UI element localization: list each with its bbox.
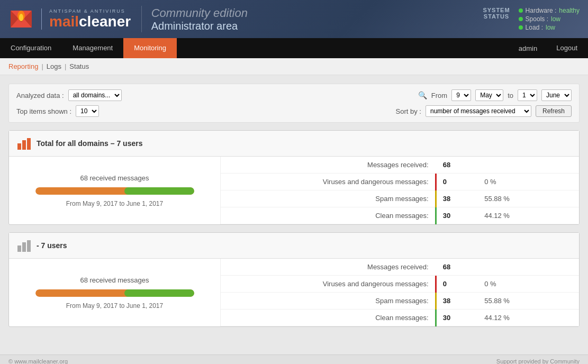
to-month-select[interactable]: June (541, 89, 572, 101)
breadcrumb-reporting[interactable]: Reporting (8, 62, 38, 70)
status-hardware: Hardware : healthy (519, 7, 580, 14)
logo-main: mailcleaner (49, 14, 131, 30)
logo-icon (8, 6, 34, 32)
report-chart-icon-2 (16, 238, 31, 253)
to-label: to (508, 92, 513, 99)
report-right-2: Messages received:68Viruses and dangerou… (221, 259, 579, 326)
status-dot-load (519, 25, 523, 30)
logo-area: ANTISPAM & ANTIVIRUS mailcleaner (8, 6, 131, 32)
nav-management[interactable]: Management (62, 38, 123, 58)
status-items: Hardware : healthy Spools : low Load : l… (519, 7, 580, 31)
table-row: Spam messages:3855.88 % (221, 293, 579, 310)
filters-right1: 🔍 From 9 May to 1 June (418, 89, 572, 101)
status-dot-spools (519, 17, 523, 21)
stat-value: 38 (436, 190, 478, 207)
svg-rect-11 (22, 242, 26, 252)
to-day-select[interactable]: 1 (518, 89, 537, 101)
main-content: Analyzed data : all domains... 🔍 From 9 … (0, 75, 588, 354)
nav-configuration[interactable]: Configuration (0, 38, 62, 58)
stat-label: Messages received: (221, 157, 436, 174)
logo-cleaner: cleaner (79, 13, 131, 30)
table-row: Viruses and dangerous messages:00 % (221, 276, 579, 293)
stat-label: Viruses and dangerous messages: (221, 276, 436, 293)
nav-monitoring[interactable]: Monitoring (123, 38, 177, 58)
report-left-1: 68 received messages From May 9, 2017 to… (9, 157, 221, 224)
report-header-2: - 7 users (9, 233, 579, 259)
nav-user: admin (510, 44, 546, 52)
report-header-1: Total for all domains – 7 users (9, 131, 579, 157)
filters-row1: Analyzed data : all domains... 🔍 From 9 … (16, 89, 572, 101)
nav-right: admin Logout (510, 38, 588, 58)
breadcrumb-logs[interactable]: Logs (47, 62, 61, 70)
filters-area: Analyzed data : all domains... 🔍 From 9 … (8, 84, 580, 123)
received-count-1: 68 received messages (80, 174, 149, 182)
stat-pct: 55.88 % (478, 293, 579, 310)
stat-label: Messages received: (221, 259, 436, 276)
filters-left1: Analyzed data : all domains... (16, 89, 122, 101)
table-row: Viruses and dangerous messages:00 % (221, 174, 579, 190)
system-status-label: SYSTEMSTATUS (483, 7, 510, 20)
footer: © www.mailcleaner.org Support provided b… (0, 354, 588, 364)
nav-logout-button[interactable]: Logout (546, 38, 588, 58)
table-row: Clean messages:3044.12 % (221, 207, 579, 224)
stat-value: 68 (436, 259, 478, 276)
stat-value: 30 (436, 207, 478, 224)
filters-right2: Sort by : number of messages received do… (396, 105, 572, 117)
filters-left2: Top items shown : 10 20 50 (16, 105, 99, 117)
report-section-1: Total for all domains – 7 users 68 recei… (8, 130, 580, 225)
header-center: Community edition Administrator area (131, 6, 483, 32)
svg-point-6 (19, 14, 23, 21)
stat-label: Viruses and dangerous messages: (221, 174, 436, 190)
sort-by-label: Sort by : (396, 107, 421, 115)
stat-label: Spam messages: (221, 293, 436, 310)
footer-right[interactable]: Support provided by Community (496, 358, 580, 364)
stat-pct (478, 259, 579, 276)
bar-container-1 (35, 187, 194, 195)
report-body-2: 68 received messages From May 9, 2017 to… (9, 259, 579, 326)
footer-left[interactable]: © www.mailcleaner.org (8, 358, 68, 364)
top-items-label: Top items shown : (16, 107, 71, 115)
breadcrumb-status[interactable]: Status (69, 62, 89, 70)
bar-container-2 (35, 289, 194, 297)
system-status-area: SYSTEMSTATUS Hardware : healthy Spools :… (483, 7, 580, 31)
logo-text: ANTISPAM & ANTIVIRUS mailcleaner (41, 8, 131, 30)
from-label: From (431, 92, 447, 99)
stat-value: 30 (436, 310, 478, 326)
stat-label: Spam messages: (221, 190, 436, 207)
table-row: Clean messages:3044.12 % (221, 310, 579, 326)
table-row: Messages received:68 (221, 157, 579, 174)
report-title-1: Total for all domains – 7 users (37, 139, 142, 148)
received-count-2: 68 received messages (80, 276, 149, 284)
stat-value: 0 (436, 276, 478, 293)
report-table-2: Messages received:68Viruses and dangerou… (221, 259, 579, 326)
report-table-1: Messages received:68Viruses and dangerou… (221, 157, 579, 224)
admin-area: Administrator area (151, 20, 248, 32)
from-month-select[interactable]: May (475, 89, 503, 101)
bar-green-1 (124, 187, 194, 195)
refresh-button[interactable]: Refresh (536, 105, 572, 117)
analyzed-data-label: Analyzed data : (16, 92, 64, 99)
status-dot-hardware (519, 8, 523, 13)
search-icon: 🔍 (418, 91, 427, 99)
stat-value: 68 (436, 157, 478, 174)
analyzed-data-select[interactable]: all domains... (68, 89, 122, 101)
from-day-select[interactable]: 9 (451, 89, 471, 101)
report-title-2: - 7 users (37, 241, 67, 250)
stat-pct: 44.12 % (478, 310, 579, 326)
sort-by-select[interactable]: number of messages received domain name (426, 105, 531, 117)
nav-bar: Configuration Management Monitoring admi… (0, 38, 588, 58)
svg-rect-12 (27, 240, 31, 252)
breadcrumb-sep1: | (41, 62, 43, 70)
top-items-select[interactable]: 10 20 50 (76, 105, 99, 117)
stat-pct: 0 % (478, 174, 579, 190)
report-left-2: 68 received messages From May 9, 2017 to… (9, 259, 221, 326)
report-body-1: 68 received messages From May 9, 2017 to… (9, 157, 579, 224)
svg-rect-10 (17, 245, 21, 252)
status-spools: Spools : low (519, 15, 580, 23)
stat-pct: 55.88 % (478, 190, 579, 207)
date-range-1: From May 9, 2017 to June 1, 2017 (66, 200, 163, 207)
table-row: Messages received:68 (221, 259, 579, 276)
svg-rect-7 (17, 143, 21, 150)
stat-pct: 44.12 % (478, 207, 579, 224)
app-header: ANTISPAM & ANTIVIRUS mailcleaner Communi… (0, 0, 588, 38)
